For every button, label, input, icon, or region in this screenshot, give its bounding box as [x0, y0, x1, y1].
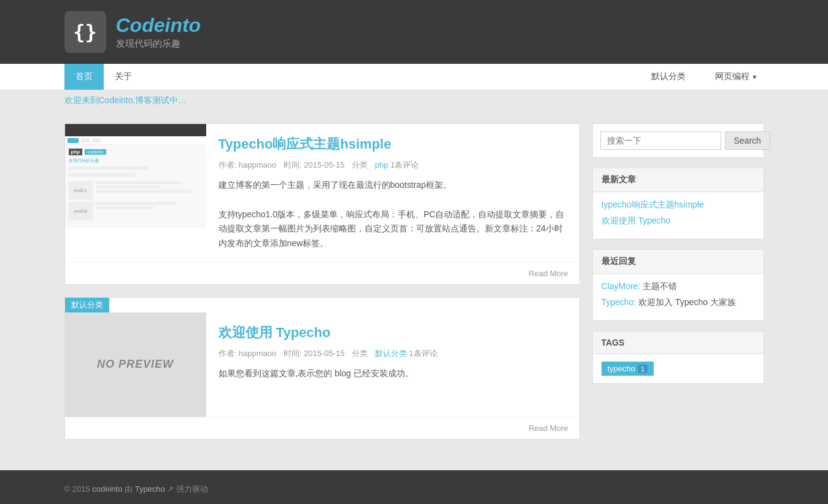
post-excerpt-line-2-1: 如果您看到这篇文章,表示您的 blog 已经安装成功。 — [219, 366, 567, 381]
tags-body: typecho 1 — [593, 354, 764, 383]
post-time-1: 时间: 2015-05-15 — [284, 160, 345, 169]
post-card-1: php codeinto 发现代码的乐趣 php达人 — [64, 123, 580, 285]
footer-site-link[interactable]: codeinto — [92, 484, 122, 494]
tag-count: 1 — [638, 365, 648, 373]
post-inner-2: NO PREVIEW 欢迎使用 Typecho 作者: happmaoo 时间:… — [65, 312, 579, 417]
post-thumb-1: php codeinto 发现代码的乐趣 php达人 — [65, 124, 206, 228]
read-more-2[interactable]: Read More — [528, 424, 568, 433]
footer-inner: © 2015 codeinto 由 Typecho ↗ 强力驱动 — [52, 484, 776, 495]
sidebar: Search 最新文章 typecho响应式主题hsimple 欢迎使用 Typ… — [592, 123, 764, 452]
post-author-2: 作者: happmaoo — [219, 349, 277, 358]
footer: © 2015 codeinto 由 Typecho ↗ 强力驱动 — [0, 470, 828, 504]
post-category-link-2[interactable]: 默认分类 — [375, 349, 407, 358]
nav-item-web-programming-label: 网页编程 — [715, 71, 749, 82]
post-card-2: 默认分类 NO PREVIEW 欢迎使用 Typecho 作者: happmao… — [64, 297, 580, 440]
post-excerpt-line-1: 建立博客的第一个主题，采用了现在最流行的bootstrap框架。 — [219, 178, 567, 193]
recent-posts-section: 最新文章 typecho响应式主题hsimple 欢迎使用 Typecho — [592, 168, 764, 239]
recent-posts-body: typecho响应式主题hsimple 欢迎使用 Typecho — [593, 192, 764, 239]
nav-item-default-category[interactable]: 默认分类 — [640, 64, 697, 90]
recent-comments-title: 最近回复 — [593, 250, 764, 274]
footer-powered-by-prefix: 由 — [125, 484, 133, 494]
logo-text: Codeinto 发现代码的乐趣 — [116, 14, 201, 50]
recent-comments-body: ClayMore: 主题不错 Typecho: 欢迎加入 Typecho 大家族 — [593, 274, 764, 320]
footer-copyright: © 2015 — [64, 484, 90, 494]
post-excerpt-2: 如果您看到这篇文章,表示您的 blog 已经安装成功。 — [219, 366, 567, 381]
comment-item-1: ClayMore: 主题不错 — [602, 281, 755, 292]
no-preview-text: NO PREVIEW — [97, 358, 174, 371]
nav-left: 首页 关于 — [64, 64, 143, 90]
post-body-2: 欢迎使用 Typecho 作者: happmaoo 时间: 2015-05-15… — [206, 312, 579, 417]
nav-item-about[interactable]: 关于 — [104, 64, 143, 90]
welcome-bar: 欢迎来到Codeinto,博客测试中... — [52, 90, 776, 111]
recent-posts-title: 最新文章 — [593, 168, 764, 192]
footer-powered-by-suffix: 强力驱动 — [176, 484, 208, 494]
post-meta-1: 作者: happmaoo 时间: 2015-05-15 分类 php 1条评论 — [219, 160, 567, 171]
post-title-1[interactable]: Typecho响应式主题hsimple — [219, 135, 567, 153]
category-bar-2: 默认分类 — [65, 298, 579, 312]
main-wrapper: php codeinto 发现代码的乐趣 php达人 — [52, 111, 776, 464]
search-button[interactable]: Search — [725, 131, 770, 150]
post-excerpt-1: 建立博客的第一个主题，采用了现在最流行的bootstrap框架。 支持typec… — [219, 178, 567, 251]
site-slogan: 发现代码的乐趣 — [116, 38, 201, 50]
post-comments-1: 1条评论 — [390, 160, 419, 169]
post-comments-2: 1条评论 — [409, 349, 437, 358]
post-time-2: 时间: 2015-05-15 — [284, 349, 345, 358]
nav-right: 默认分类 网页编程 ▼ — [640, 64, 764, 90]
post-footer-1: Read More — [65, 262, 579, 284]
comment-author-2[interactable]: Typecho: — [602, 297, 636, 307]
post-meta-2: 作者: happmaoo 时间: 2015-05-15 分类 默认分类 1条评论 — [219, 348, 567, 359]
post-title-2[interactable]: 欢迎使用 Typecho — [219, 324, 567, 342]
tags-section: TAGS typecho 1 — [592, 331, 764, 384]
logo-icon: {} — [64, 11, 106, 53]
search-input[interactable] — [600, 131, 721, 150]
comment-author-1[interactable]: ClayMore: — [602, 281, 641, 291]
search-box: Search — [592, 123, 764, 158]
post-category-label-2: 分类 — [352, 349, 368, 358]
recent-post-link-1[interactable]: typecho响应式主题hsimple — [602, 200, 755, 211]
comment-item-2: Typecho: 欢迎加入 Typecho 大家族 — [602, 297, 755, 308]
nav-item-home[interactable]: 首页 — [64, 64, 104, 90]
nav-bar: 首页 关于 默认分类 网页编程 ▼ — [0, 64, 828, 90]
nav-item-web-programming[interactable]: 网页编程 ▼ — [709, 64, 764, 90]
tag-label: typecho — [608, 364, 636, 373]
tags-title: TAGS — [593, 331, 764, 354]
chevron-down-icon: ▼ — [752, 74, 758, 80]
logo-brace: {} — [73, 20, 97, 44]
post-thumb-2: NO PREVIEW — [65, 312, 206, 417]
recent-post-link-2[interactable]: 欢迎使用 Typecho — [602, 215, 755, 227]
site-header: {} Codeinto 发现代码的乐趣 — [0, 0, 828, 64]
post-category-label-1: 分类 — [352, 160, 368, 169]
category-badge-2: 默认分类 — [65, 298, 109, 312]
content-area: php codeinto 发现代码的乐趣 php达人 — [64, 123, 580, 452]
post-footer-2: Read More — [65, 417, 579, 439]
recent-comments-section: 最近回复 ClayMore: 主题不错 Typecho: 欢迎加入 Typech… — [592, 249, 764, 321]
post-body-1: Typecho响应式主题hsimple 作者: happmaoo 时间: 201… — [206, 124, 579, 262]
read-more-1[interactable]: Read More — [528, 269, 568, 278]
post-author-1: 作者: happmaoo — [219, 160, 277, 169]
comment-text-2: 欢迎加入 Typecho 大家族 — [638, 297, 736, 307]
site-name: Codeinto — [116, 14, 201, 37]
tag-typecho[interactable]: typecho 1 — [602, 362, 654, 376]
post-excerpt-line-2: 支持typecho1.0版本，多级菜单，响应式布局：手机、PC自动适配，自动提取… — [219, 207, 567, 251]
comment-text-1: 主题不错 — [643, 281, 677, 291]
post-inner-1: php codeinto 发现代码的乐趣 php达人 — [65, 124, 579, 262]
post-category-link-1[interactable]: php — [375, 160, 389, 169]
external-link-icon: ↗ — [167, 484, 174, 494]
welcome-text: 欢迎来到Codeinto,博客测试中... — [64, 95, 186, 105]
footer-typecho-link[interactable]: Typecho — [135, 484, 165, 494]
